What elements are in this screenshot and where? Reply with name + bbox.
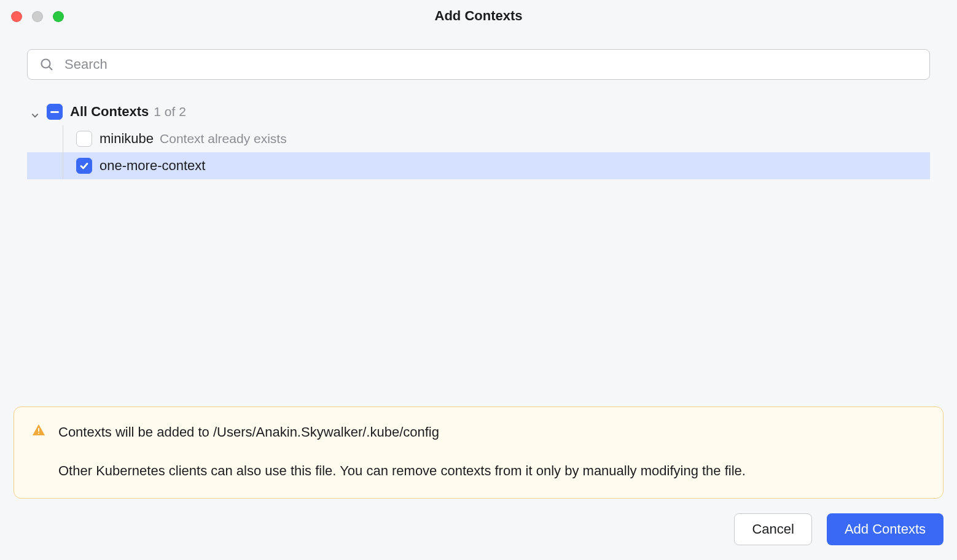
contexts-tree: All Contexts 1 of 2 minikube Context alr… (27, 98, 930, 406)
add-contexts-button[interactable]: Add Contexts (827, 513, 943, 545)
dialog-title: Add Contexts (435, 8, 523, 24)
cancel-button[interactable]: Cancel (734, 513, 811, 545)
tree-item-label: minikube (100, 131, 154, 147)
search-icon (39, 57, 54, 72)
checkbox-unchecked[interactable] (76, 131, 92, 147)
tree-root-label: All Contexts (70, 104, 149, 120)
tree-item-one-more-context[interactable]: one-more-context (27, 152, 930, 179)
warning-line-1: Contexts will be added to /Users/Anakin.… (58, 422, 746, 442)
tree-item-label: one-more-context (100, 158, 205, 174)
chevron-down-icon[interactable] (31, 107, 39, 116)
tree-item-minikube[interactable]: minikube Context already exists (27, 125, 930, 152)
tree-root-row[interactable]: All Contexts 1 of 2 (27, 98, 930, 125)
dialog-window: Add Contexts All (0, 0, 957, 560)
search-field (27, 49, 930, 80)
titlebar: Add Contexts (0, 0, 957, 32)
search-input[interactable] (27, 49, 930, 80)
tree-root-count: 1 of 2 (154, 104, 186, 119)
root-checkbox-indeterminate[interactable] (47, 104, 63, 120)
warning-notice: Contexts will be added to /Users/Anakin.… (14, 406, 943, 499)
close-window-button[interactable] (11, 11, 22, 22)
warning-icon (31, 423, 46, 438)
checkbox-checked[interactable] (76, 158, 92, 174)
svg-line-1 (49, 67, 52, 70)
svg-rect-3 (38, 433, 39, 434)
minimize-window-button[interactable] (32, 11, 43, 22)
warning-text: Contexts will be added to /Users/Anakin.… (58, 422, 746, 481)
dialog-content: All Contexts 1 of 2 minikube Context alr… (0, 32, 957, 406)
dialog-footer: Cancel Add Contexts (0, 513, 957, 560)
svg-rect-2 (38, 428, 39, 432)
maximize-window-button[interactable] (53, 11, 64, 22)
tree-item-note: Context already exists (160, 131, 287, 146)
warning-line-2: Other Kubernetes clients can also use th… (58, 461, 746, 481)
svg-point-0 (42, 60, 50, 68)
window-controls (11, 11, 64, 22)
